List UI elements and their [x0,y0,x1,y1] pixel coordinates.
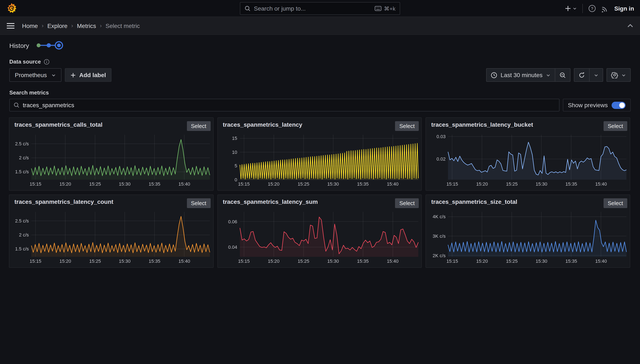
time-picker-group: Last 30 minutes [486,68,570,82]
help-button[interactable]: ? [588,5,596,12]
show-previews-control: Show previews [563,99,631,112]
history-steps[interactable] [34,41,65,50]
show-previews-toggle[interactable] [612,102,626,109]
y-axis-tick-label: 3K c/s [426,234,446,238]
series-area [31,140,210,180]
panel-title: traces_spanmetrics_latency_bucket [431,121,533,128]
refresh-button[interactable] [574,69,589,81]
y-axis-tick-label: 5 [218,163,237,168]
global-search-input[interactable]: Search or jump to... ⌘+k [240,2,400,15]
breadcrumb-separator: › [100,22,102,29]
chevron-down-icon [573,6,577,10]
y-axis-tick-label: 0.04 [218,245,237,250]
x-axis-tick-label: 15:25 [294,181,313,186]
new-menu-button[interactable] [565,5,577,12]
shortcut-hint: ⌘+k [375,5,396,12]
toggle-knob [619,102,625,108]
y-axis-tick-label: 2.5 c/s [9,141,29,146]
metric-panel: traces_spanmetrics_calls_total Select 1.… [9,118,214,191]
breadcrumb-separator: › [42,22,44,29]
help-icon: ? [588,5,596,12]
x-axis-tick-label: 15:30 [324,181,342,186]
refresh-interval-button[interactable] [589,69,603,81]
series-area [240,217,418,257]
x-axis-tick-label: 15:25 [502,258,521,264]
refresh-icon [578,72,585,78]
grafana-logo[interactable] [6,2,18,14]
x-axis-tick-label: 15:25 [502,181,521,186]
chart-plot [31,135,210,180]
x-axis-tick-label: 15:35 [562,181,581,186]
topbar-actions: ? Sign in [565,0,634,17]
history-step-current[interactable] [57,44,61,47]
x-axis-tick-label: 15:20 [473,181,492,186]
shortcut-keys: ⌘+k [384,5,396,12]
x-axis-tick-label: 15:20 [56,181,74,186]
chart-plot [31,212,210,257]
settings-group [606,68,631,82]
series-area [448,142,627,180]
controls-row: Prometheus Add label [9,68,631,82]
x-axis-tick-label: 15:25 [86,258,104,264]
zoom-out-button[interactable] [555,69,570,81]
sign-in-button[interactable]: Sign in [614,5,634,12]
settings-button[interactable] [607,69,630,81]
datasource-picker[interactable]: Prometheus [9,68,62,82]
topbar-divider [582,4,583,13]
time-controls: Last 30 minutes [486,68,631,82]
show-previews-label: Show previews [568,102,608,108]
panel-title: traces_spanmetrics_latency_count [14,198,114,205]
x-axis-tick-label: 15:35 [145,258,164,264]
add-label-text: Add label [79,72,106,78]
metric-chart: 0.020.0315:1515:2015:2515:3015:3515:40 [426,130,630,190]
breadcrumb-metrics[interactable]: Metrics [77,22,96,29]
chevron-down-icon [546,73,550,77]
breadcrumb-explore[interactable]: Explore [47,22,68,29]
metric-panel: traces_spanmetrics_latency Select 051015… [217,118,422,191]
metrics-search-input[interactable] [23,102,555,108]
news-button[interactable] [602,5,609,12]
search-icon [244,6,250,12]
collapse-header-button[interactable] [627,24,633,28]
panel-title: traces_spanmetrics_latency [223,121,302,128]
y-axis-tick-label: 0.02 [426,156,446,162]
chevron-up-icon [627,24,633,28]
x-axis-tick-label: 15:20 [56,258,74,264]
select-metric-button[interactable]: Select [604,121,627,131]
select-metric-button[interactable]: Select [395,121,419,131]
select-metric-button[interactable]: Select [187,121,210,131]
history-step-mid[interactable] [46,43,51,48]
hamburger-icon [7,23,14,28]
breadcrumb-home[interactable]: Home [22,22,38,29]
panel-header: traces_spanmetrics_latency_sum Select [218,195,421,208]
y-axis-tick-label: 2 c/s [9,232,29,238]
x-axis-tick-label: 15:35 [354,181,372,186]
y-axis-tick-label: 1.5 c/s [9,246,29,252]
metric-chart: 1.5 c/s2 c/s2.5 c/s15:1515:2015:2515:301… [9,130,213,190]
select-metric-button[interactable]: Select [187,198,210,208]
history-step-start[interactable] [36,44,40,47]
select-metric-button[interactable]: Select [395,198,419,208]
x-axis-tick-label: 15:30 [324,258,342,264]
panel-header: traces_spanmetrics_size_total Select [426,195,630,208]
x-axis-tick-label: 15:35 [562,258,581,264]
rss-icon [602,5,609,12]
gear-icon [611,72,618,78]
mega-menu-toggle[interactable] [7,23,14,28]
x-axis-tick-label: 15:35 [145,181,164,186]
history-label: History [9,42,29,49]
plus-icon [565,5,572,12]
metric-chart: 0.040.0615:1515:2015:2515:3015:3515:40 [218,208,421,268]
datasource-label: Data source [9,58,41,65]
x-axis-tick-label: 15:40 [175,258,194,264]
history-row: History [9,41,640,50]
x-axis-tick-label: 15:35 [354,258,372,264]
select-metric-button[interactable]: Select [604,198,627,208]
metric-chart: 05101515:1515:2015:2515:3015:3515:40 [218,130,421,190]
datasource-value: Prometheus [15,72,47,78]
metric-chart: 1.5 c/s2 c/s2.5 c/s15:1515:2015:2515:301… [9,208,213,268]
add-label-button[interactable]: Add label [65,68,112,82]
x-axis-tick-label: 15:25 [86,181,104,186]
search-metrics-label-row: Search metrics [9,88,640,96]
time-range-button[interactable]: Last 30 minutes [486,69,555,81]
